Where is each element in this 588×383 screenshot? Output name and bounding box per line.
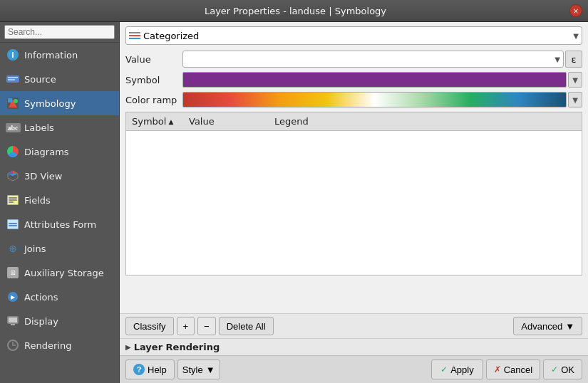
titlebar: Layer Properties - landuse | Symbology × xyxy=(0,0,588,22)
symbol-label: Symbol xyxy=(125,75,182,85)
sidebar-item-symbology[interactable]: Symbology xyxy=(0,91,119,115)
sidebar-item-label: Symbology xyxy=(24,98,76,109)
sidebar-item-label: Joins xyxy=(24,243,46,254)
symbol-dropdown-arrow[interactable]: ▼ xyxy=(568,72,582,88)
table-header-value[interactable]: Value xyxy=(183,114,269,129)
sidebar-item-information[interactable]: i Information xyxy=(0,43,119,67)
sidebar-item-label: Actions xyxy=(24,292,58,303)
epsilon-button[interactable]: ε xyxy=(565,51,582,68)
info-icon: i xyxy=(6,48,20,62)
mode-dropdown-arrow: ▼ xyxy=(573,32,579,40)
main-area: i Information Source xyxy=(0,22,588,383)
color-ramp-row: Color ramp ▼ xyxy=(125,92,582,107)
value-dropdown[interactable]: ▼ xyxy=(182,51,564,68)
sidebar-item-auxiliary-storage[interactable]: ⊞ Auxiliary Storage xyxy=(0,261,119,285)
sidebar-item-label: Information xyxy=(24,50,78,61)
joins-icon: ⊕ xyxy=(6,241,20,256)
value-row: Value ▼ ε xyxy=(125,51,582,68)
value-dropdown-arrow: ▼ xyxy=(555,56,560,63)
sidebar: i Information Source xyxy=(0,22,120,383)
actions-icon: ▶ xyxy=(6,290,20,304)
svg-rect-17 xyxy=(129,38,140,39)
table-header: Symbol ▲ Value Legend xyxy=(126,112,582,131)
cancel-button[interactable]: ✗ Cancel xyxy=(486,360,540,379)
add-class-button[interactable]: + xyxy=(177,317,195,335)
sidebar-item-label: Display xyxy=(24,316,58,327)
close-button[interactable]: × xyxy=(569,4,582,17)
symbol-bar[interactable] xyxy=(182,72,567,88)
window-title: Layer Properties - landuse | Symbology xyxy=(21,6,569,16)
mode-dropdown[interactable]: Categorized ▼ xyxy=(125,26,582,45)
sidebar-item-label: 3D View xyxy=(24,171,62,182)
delete-all-button[interactable]: Delete All xyxy=(219,317,274,335)
sidebar-item-label: Auxiliary Storage xyxy=(24,268,104,278)
style-dropdown-arrow: ▼ xyxy=(206,364,215,375)
remove-class-button[interactable]: − xyxy=(197,317,216,335)
advanced-arrow: ▼ xyxy=(565,321,574,332)
mode-row: Categorized ▼ xyxy=(125,26,582,45)
svg-rect-16 xyxy=(129,35,140,36)
ok-button[interactable]: ✓ OK xyxy=(543,360,582,379)
main-window: Layer Properties - landuse | Symbology ×… xyxy=(0,0,588,383)
layer-rendering-section[interactable]: ▶ Layer Rendering xyxy=(120,338,588,355)
color-ramp-label: Color ramp xyxy=(125,95,182,105)
sidebar-item-label: Rendering xyxy=(24,340,71,351)
apply-check-icon: ✓ xyxy=(440,364,448,374)
symbology-icon xyxy=(6,96,20,110)
attrform-icon xyxy=(6,217,20,231)
color-ramp-dropdown-arrow[interactable]: ▼ xyxy=(568,92,582,107)
display-icon xyxy=(6,314,20,328)
table-header-symbol[interactable]: Symbol ▲ xyxy=(126,114,183,129)
sidebar-item-rendering[interactable]: Rendering xyxy=(0,333,119,357)
sidebar-item-label: Labels xyxy=(24,122,54,133)
sidebar-item-joins[interactable]: ⊕ Joins xyxy=(0,236,119,261)
sidebar-item-fields[interactable]: Fields xyxy=(0,188,119,212)
svg-rect-1 xyxy=(8,77,18,78)
aux-icon: ⊞ xyxy=(6,266,20,280)
svg-rect-13 xyxy=(11,324,15,325)
sidebar-item-labels[interactable]: abc Labels xyxy=(0,115,119,140)
symbol-row: Symbol ▼ xyxy=(125,72,582,88)
style-dropdown[interactable]: Style ▼ xyxy=(177,360,220,379)
svg-rect-5 xyxy=(8,98,12,103)
sidebar-item-label: Diagrams xyxy=(24,147,69,157)
layer-rendering-label: Layer Rendering xyxy=(134,342,220,352)
ok-check-icon: ✓ xyxy=(551,364,558,374)
advanced-button[interactable]: Advanced ▼ xyxy=(513,317,582,335)
svg-rect-15 xyxy=(129,32,140,33)
svg-point-6 xyxy=(14,99,18,103)
sidebar-item-diagrams[interactable]: Diagrams xyxy=(0,140,119,164)
fields-icon xyxy=(6,193,20,207)
sidebar-item-3dview[interactable]: 3D View xyxy=(0,164,119,188)
sidebar-item-attributes-form[interactable]: Attributes Form xyxy=(0,212,119,236)
search-input[interactable] xyxy=(4,25,115,39)
apply-button[interactable]: ✓ Apply xyxy=(431,360,483,379)
content-inner: Categorized ▼ Value ▼ ε Symbol xyxy=(120,22,588,313)
symbol-table: Symbol ▲ Value Legend xyxy=(125,112,582,276)
help-button[interactable]: ? Help xyxy=(125,360,175,379)
sidebar-item-display[interactable]: Display xyxy=(0,309,119,333)
content-panel: Categorized ▼ Value ▼ ε Symbol xyxy=(120,22,588,383)
diagrams-icon xyxy=(6,145,20,159)
search-box xyxy=(0,22,119,43)
bottom-bar: ? Help Style ▼ ✓ Apply ✗ Cancel ✓ xyxy=(120,355,588,383)
table-body xyxy=(126,131,582,259)
value-label: Value xyxy=(125,54,182,65)
sidebar-item-source[interactable]: Source xyxy=(0,67,119,91)
sidebar-item-actions[interactable]: ▶ Actions xyxy=(0,285,119,309)
color-ramp-bar[interactable] xyxy=(182,92,567,107)
layer-rendering-collapse-icon: ▶ xyxy=(125,343,131,351)
sidebar-item-label: Fields xyxy=(24,195,51,206)
svg-rect-2 xyxy=(8,79,15,80)
cancel-x-icon: ✗ xyxy=(494,364,501,374)
plus-icon: + xyxy=(183,321,189,332)
table-header-legend[interactable]: Legend xyxy=(269,114,582,129)
3dview-icon xyxy=(6,169,20,183)
help-icon: ? xyxy=(133,364,145,375)
svg-rect-12 xyxy=(9,318,17,322)
classify-button[interactable]: Classify xyxy=(125,317,174,335)
mode-value: Categorized xyxy=(143,31,573,41)
labels-icon: abc xyxy=(6,120,20,135)
source-icon xyxy=(6,72,20,86)
svg-marker-10 xyxy=(8,174,18,176)
